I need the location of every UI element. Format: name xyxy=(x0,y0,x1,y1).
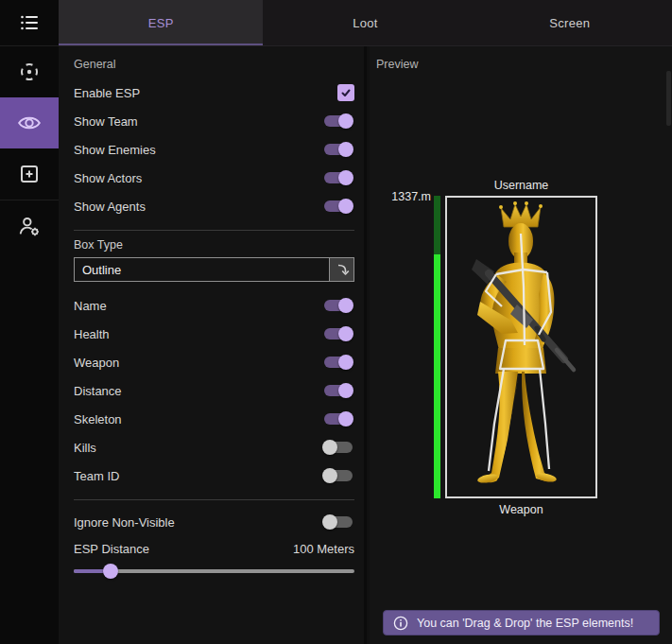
tip-text: You can 'Drag & Drop' the ESP elements! xyxy=(417,617,633,630)
setting-row-name: Name xyxy=(74,291,354,320)
user-gear-icon xyxy=(17,214,42,238)
dropdown-arrow-icon xyxy=(335,262,350,277)
setting-row-show-enemies: Show Enemies xyxy=(74,135,354,164)
esp-distance-value: 100 Meters xyxy=(293,542,354,556)
eye-icon xyxy=(17,111,42,135)
esp-distance-element[interactable]: 1337.m xyxy=(374,190,431,203)
tab-esp[interactable]: ESP xyxy=(59,0,263,45)
tab-loot[interactable]: Loot xyxy=(263,0,467,45)
setting-row-enable-esp: Enable ESP xyxy=(74,78,354,107)
enable-esp-checkbox[interactable] xyxy=(337,84,354,101)
setting-label: Show Team xyxy=(74,114,138,129)
crosshair-icon xyxy=(18,61,41,83)
setting-row-weapon: Weapon xyxy=(74,348,354,376)
tab-screen[interactable]: Screen xyxy=(468,0,672,45)
setting-label: Distance xyxy=(74,384,122,398)
setting-row-kills: Kills xyxy=(74,433,354,461)
preview-scrollbar-thumb[interactable] xyxy=(666,71,671,126)
team-id-toggle[interactable] xyxy=(322,467,354,484)
show-actors-toggle[interactable] xyxy=(322,169,354,186)
sidebar-item-accounts[interactable] xyxy=(0,200,59,252)
setting-label: Team ID xyxy=(74,469,119,483)
sidebar-item-aim[interactable] xyxy=(0,46,59,97)
setting-label: Show Enemies xyxy=(74,143,156,157)
weapon-toggle[interactable] xyxy=(322,354,354,371)
setting-label: Ignore Non-Visible xyxy=(74,515,175,530)
settings-panel: General Enable ESP Show Team Show Enemie… xyxy=(59,46,367,644)
setting-label: Show Actors xyxy=(74,171,142,185)
setting-label: Name xyxy=(74,299,107,313)
sidebar-item-esp[interactable] xyxy=(0,97,59,148)
setting-row-show-agents: Show Agents xyxy=(74,192,354,220)
esp-distance-label: ESP Distance xyxy=(74,542,149,556)
setting-label: Health xyxy=(74,327,110,341)
show-agents-toggle[interactable] xyxy=(322,198,354,215)
box-type-dropdown-button[interactable] xyxy=(329,258,353,281)
esp-distance-slider[interactable] xyxy=(74,563,354,580)
esp-health-bar-element[interactable] xyxy=(434,196,440,498)
icon-sidebar xyxy=(0,0,59,644)
setting-row-show-team: Show Team xyxy=(74,107,354,135)
setting-row-team-id: Team ID xyxy=(74,461,354,490)
section-divider xyxy=(74,499,354,500)
show-enemies-toggle[interactable] xyxy=(322,141,354,158)
setting-label: Skeleton xyxy=(74,412,122,426)
esp-distance-row: ESP Distance 100 Meters xyxy=(74,538,354,559)
add-box-icon xyxy=(18,163,41,185)
setting-label: Weapon xyxy=(74,356,119,370)
section-divider xyxy=(74,230,354,231)
name-toggle[interactable] xyxy=(322,297,354,314)
box-type-label: Box Type xyxy=(74,238,354,252)
menu-icon xyxy=(18,11,41,34)
setting-row-distance: Distance xyxy=(74,376,354,405)
tab-bar: ESP Loot Screen xyxy=(59,0,672,46)
show-team-toggle[interactable] xyxy=(322,113,354,130)
box-type-value: Outline xyxy=(75,263,329,277)
ignore-non-visible-toggle[interactable] xyxy=(322,513,354,531)
info-icon xyxy=(393,616,408,631)
setting-label: Kills xyxy=(74,441,96,455)
health-toggle[interactable] xyxy=(322,325,354,342)
esp-box-outline-element[interactable] xyxy=(445,196,597,498)
section-label-preview: Preview xyxy=(376,58,418,71)
slider-thumb[interactable] xyxy=(103,564,118,579)
setting-row-skeleton: Skeleton xyxy=(74,405,354,433)
kills-toggle[interactable] xyxy=(322,439,354,456)
sidebar-item-misc[interactable] xyxy=(0,148,59,200)
esp-weapon-element[interactable]: Weapon xyxy=(445,503,597,516)
preview-panel: Preview Username 1337.m xyxy=(370,46,672,644)
setting-row-health: Health xyxy=(74,320,354,348)
section-label-general: General xyxy=(74,58,354,71)
setting-row-show-actors: Show Actors xyxy=(74,164,354,192)
drag-drop-tip: You can 'Drag & Drop' the ESP elements! xyxy=(383,610,660,635)
sidebar-item-menu[interactable] xyxy=(0,0,59,45)
check-icon xyxy=(340,87,352,98)
esp-cheat-window: ESP Loot Screen General Enable ESP Show … xyxy=(0,0,672,644)
setting-row-ignore-non-visible: Ignore Non-Visible xyxy=(74,508,354,536)
esp-username-element[interactable]: Username xyxy=(445,179,597,192)
setting-label: Show Agents xyxy=(74,200,146,214)
setting-label: Enable ESP xyxy=(74,86,140,100)
box-type-select[interactable]: Outline xyxy=(74,257,354,282)
skeleton-toggle[interactable] xyxy=(322,410,354,427)
distance-toggle[interactable] xyxy=(322,382,354,399)
